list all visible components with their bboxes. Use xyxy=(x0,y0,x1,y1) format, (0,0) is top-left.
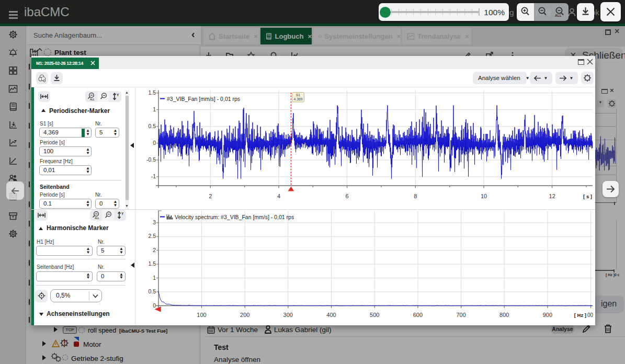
svg-text:[ Hz ]: [ Hz ] xyxy=(574,312,586,318)
svg-text:0.5: 0.5 xyxy=(148,288,156,294)
svg-text:1: 1 xyxy=(153,106,156,112)
svg-text:2: 2 xyxy=(153,247,156,253)
svg-text:0: 0 xyxy=(153,140,156,146)
svg-text:8: 8 xyxy=(414,193,417,199)
svg-text:S1: S1 xyxy=(296,93,301,97)
svg-text:4.369: 4.369 xyxy=(293,97,302,101)
svg-text:2: 2 xyxy=(209,193,212,199)
svg-text:ALL: ALL xyxy=(95,217,99,220)
svg-text:700: 700 xyxy=(456,312,465,318)
svg-text:1: 1 xyxy=(153,275,156,281)
svg-text:Y: Y xyxy=(121,212,124,215)
svg-text:[ s ]: [ s ] xyxy=(583,194,592,199)
svg-text:-0.5: -0.5 xyxy=(146,156,156,163)
svg-text:6: 6 xyxy=(346,193,349,199)
svg-text:ALL: ALL xyxy=(90,98,95,101)
svg-text:0.5: 0.5 xyxy=(148,123,156,129)
svg-text:600: 600 xyxy=(413,312,423,318)
svg-text:100: 100 xyxy=(197,312,206,318)
svg-text:500: 500 xyxy=(370,312,379,318)
svg-text:2.5: 2.5 xyxy=(148,233,156,239)
svg-text:ALL: ALL xyxy=(555,14,562,17)
svg-text:#3_VIB_Fan [mm/s] - 0,01 rps: #3_VIB_Fan [mm/s] - 0,01 rps xyxy=(167,96,240,102)
svg-text:Velocity spectrum: #3_VIB_Fan: Velocity spectrum: #3_VIB_Fan [mm/s] - 0… xyxy=(175,214,294,220)
svg-text:Y: Y xyxy=(117,93,119,97)
svg-text:400: 400 xyxy=(326,312,336,318)
svg-text:900: 900 xyxy=(543,312,552,318)
svg-text:1.5: 1.5 xyxy=(148,260,156,267)
svg-text:1.5: 1.5 xyxy=(148,89,156,96)
svg-text:300: 300 xyxy=(283,312,293,318)
svg-text:0: 0 xyxy=(153,302,156,309)
svg-text:3: 3 xyxy=(153,219,156,225)
svg-text:4: 4 xyxy=(277,193,280,199)
svg-text:-1: -1 xyxy=(151,173,156,179)
svg-text:10: 10 xyxy=(481,193,487,199)
svg-text:200: 200 xyxy=(240,312,249,318)
svg-text:12: 12 xyxy=(549,193,555,199)
svg-text:800: 800 xyxy=(499,312,509,318)
svg-text:00: 00 xyxy=(587,312,594,318)
